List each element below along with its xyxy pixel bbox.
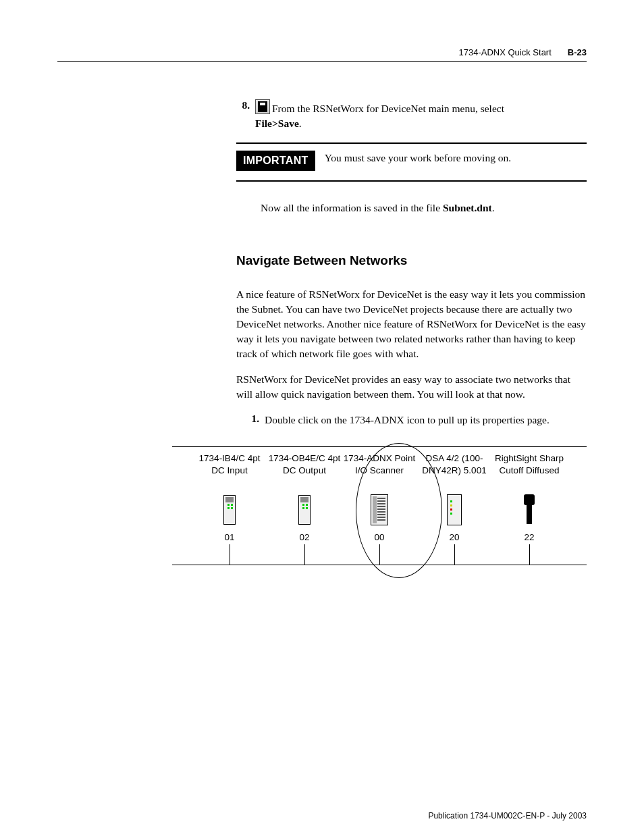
device-adnx: 1734-ADNX Point I/O Scanner 00 — [342, 452, 417, 565]
device-row: 1734-IB4/C 4pt DC Input 01 1734-OB4E/C 4… — [172, 447, 587, 565]
sensor-icon — [524, 490, 535, 529]
module-icon — [223, 490, 236, 529]
drop-line — [304, 544, 305, 565]
device-addr: 20 — [449, 532, 459, 544]
drop-line — [454, 544, 455, 565]
step-text: Double click on the 1734-ADNX icon to pu… — [265, 413, 549, 427]
device-addr: 22 — [524, 532, 534, 544]
step-number: 8. — [236, 99, 250, 130]
device-addr: 02 — [299, 532, 309, 544]
paragraph-1: A nice feature of RSNetWorx for DeviceNe… — [236, 287, 587, 361]
device-rightsight: RightSight Sharp Cutoff Diffused 22 — [492, 452, 566, 565]
saved-paragraph: Now all the information is saved in the … — [261, 201, 587, 215]
device-label: 1734-IB4/C 4pt DC Input — [192, 452, 267, 490]
section-heading: Navigate Between Networks — [236, 253, 587, 268]
drop-line — [529, 544, 530, 565]
drop-line — [379, 544, 380, 565]
drop-line — [230, 544, 230, 565]
header-page: B-23 — [568, 47, 587, 57]
saved-before: Now all the information is saved in the … — [261, 202, 443, 213]
device-label: 1734-ADNX Point I/O Scanner — [342, 452, 417, 490]
device-label: 1734-OB4E/C 4pt DC Output — [267, 452, 342, 490]
device-ob4e: 1734-OB4E/C 4pt DC Output 02 — [267, 452, 342, 565]
important-label: IMPORTANT — [236, 151, 315, 171]
device-addr: 01 — [224, 532, 234, 544]
step-body: From the RSNetWorx for DeviceNet main me… — [255, 99, 504, 130]
menu-path: File>Save — [255, 118, 299, 129]
step-1: 1. Double click on the 1734-ADNX icon to… — [246, 413, 587, 427]
device-ib4: 1734-IB4/C 4pt DC Input 01 — [192, 452, 267, 565]
save-icon — [255, 99, 270, 114]
saved-after: . — [492, 202, 495, 213]
paragraph-2: RSNetWorx for DeviceNet provides an easy… — [236, 372, 587, 402]
device-dsa: DSA 4/2 (100-DNY42R) 5.001 20 — [417, 452, 491, 565]
step-text-before: From the RSNetWorx for DeviceNet main me… — [272, 103, 504, 114]
header-title: 1734-ADNX Quick Start — [459, 47, 552, 57]
step-number: 1. — [246, 413, 259, 427]
module-icon — [298, 490, 311, 529]
device-label: RightSight Sharp Cutoff Diffused — [492, 452, 566, 490]
step-8: 8. From the RSNetWorx for DeviceNet main… — [236, 99, 587, 130]
page-header: 1734-ADNX Quick Start B-23 — [57, 47, 587, 57]
device-label: DSA 4/2 (100-DNY42R) 5.001 — [417, 452, 491, 490]
important-text: You must save your work before moving on… — [325, 151, 587, 164]
important-box: IMPORTANT You must save your work before… — [236, 142, 587, 182]
header-rule — [57, 61, 587, 62]
scanner-icon — [371, 490, 388, 529]
dsa-icon — [447, 490, 462, 529]
step-after: . — [299, 118, 302, 129]
saved-filename: Subnet.dnt — [443, 202, 492, 213]
device-addr: 00 — [374, 532, 384, 544]
footer: Publication 1734-UM002C-EN-P - July 2003 — [428, 811, 587, 820]
network-figure: 1734-IB4/C 4pt DC Input 01 1734-OB4E/C 4… — [172, 447, 587, 565]
